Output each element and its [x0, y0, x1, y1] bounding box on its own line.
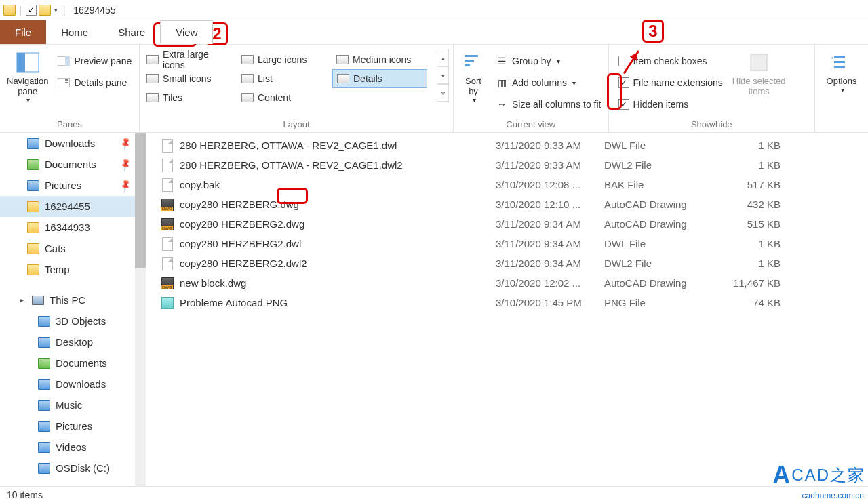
nav-item-temp[interactable]: Temp	[0, 259, 146, 280]
pc-icon	[32, 296, 44, 305]
file-type: BAK File	[604, 179, 719, 190]
ribbon-group-options: Options ▾	[815, 45, 868, 132]
nav-item-downloads[interactable]: Downloads	[0, 374, 146, 395]
file-date: 3/11/2020 9:34 AM	[496, 258, 604, 269]
file-dwg-icon	[161, 277, 174, 289]
file-row[interactable]: copy280 HERZBERG.dwg3/10/2020 12:10 ...A…	[146, 195, 868, 214]
nav-this-pc[interactable]: ▸This PC	[0, 289, 146, 310]
layout-group-label: Layout	[142, 118, 450, 131]
watermark-logo-icon: A	[772, 461, 790, 489]
tab-home[interactable]: Home	[46, 20, 103, 44]
window-title: 16294455	[73, 5, 115, 16]
file-name-extensions-toggle[interactable]: ✓File name extensions	[614, 73, 727, 92]
file-png-icon	[161, 297, 174, 309]
folder-icon	[27, 264, 39, 275]
folder-icon	[27, 222, 39, 233]
options-button[interactable]: Options ▾	[818, 47, 865, 96]
hide-selected-button[interactable]: Hide selected items	[728, 47, 790, 99]
file-dwg-icon	[161, 218, 174, 230]
file-row[interactable]: 280 HERZBERG, OTTAWA - REV2_CAGE1.dwl23/…	[146, 155, 868, 175]
nav-scrollbar[interactable]	[135, 133, 146, 486]
size-columns-icon: ↔	[496, 98, 508, 110]
nav-item-16344933[interactable]: 16344933	[0, 217, 146, 238]
checkbox-checked-icon: ✓	[618, 99, 629, 110]
file-row[interactable]: copy.bak3/10/2020 12:08 ...BAK File517 K…	[146, 175, 868, 195]
ribbon: Navigation pane ▾ Preview pane Details p…	[0, 45, 868, 133]
size-all-columns-button[interactable]: ↔Size all columns to fit	[492, 95, 606, 114]
nav-item-documents[interactable]: Documents	[0, 353, 146, 374]
layout-small-icons[interactable]: Small icons	[142, 69, 237, 88]
nav-item-music[interactable]: Music	[0, 395, 146, 416]
details-pane-button[interactable]: Details pane	[54, 73, 136, 92]
nav-item-3d-objects[interactable]: 3D Objects	[0, 310, 146, 331]
qat-checkbox-icon[interactable]: ✓	[24, 3, 38, 18]
pin-icon: 📌	[118, 157, 133, 172]
svg-rect-6	[65, 82, 68, 83]
svg-rect-13	[834, 66, 845, 68]
layout-content[interactable]: Content	[237, 88, 332, 107]
nav-item-desktop[interactable]: Desktop	[0, 331, 146, 353]
qat-dropdown-icon[interactable]: ▾	[54, 7, 58, 14]
file-row[interactable]: Probleme Autocad.PNG3/10/2020 1:45 PMPNG…	[146, 293, 868, 313]
file-row[interactable]: 280 HERZBERG, OTTAWA - REV2_CAGE1.dwl3/1…	[146, 136, 868, 155]
file-row[interactable]: copy280 HERZBERG2.dwl3/11/2020 9:34 AMDW…	[146, 234, 868, 254]
svg-rect-5	[65, 79, 68, 81]
sort-icon	[461, 50, 486, 75]
sort-by-button[interactable]: Sort by ▾	[456, 47, 490, 106]
nav-item-cats[interactable]: Cats	[0, 238, 146, 259]
ribbon-group-layout: Extra large iconsLarge iconsMedium icons…	[140, 45, 454, 132]
folder-icon	[38, 358, 50, 369]
layout-icon	[241, 55, 254, 64]
gallery-up-icon[interactable]: ▴	[437, 49, 449, 66]
gallery-more-icon[interactable]: ▿	[437, 84, 449, 102]
callout-number-3: 3	[642, 20, 664, 43]
file-size: 515 KB	[719, 218, 781, 230]
checkbox-checked-icon: ✓	[618, 77, 629, 88]
layout-extra-large-icons[interactable]: Extra large icons	[142, 50, 237, 69]
nav-item-osdisk--c--[interactable]: OSDisk (C:)	[0, 458, 146, 479]
tab-file[interactable]: File	[0, 20, 46, 44]
hidden-items-toggle[interactable]: ✓Hidden items	[614, 95, 727, 114]
file-row[interactable]: copy280 HERZBERG2.dwg3/11/2020 9:34 AMAu…	[146, 214, 868, 234]
layout-large-icons[interactable]: Large icons	[237, 50, 332, 69]
layout-tiles[interactable]: Tiles	[142, 88, 237, 107]
nav-pane-icon	[16, 50, 40, 75]
svg-rect-11	[834, 56, 845, 58]
tab-share[interactable]: Share	[103, 20, 160, 44]
file-date: 3/10/2020 12:02 ...	[496, 277, 604, 289]
file-doc-icon	[162, 237, 173, 251]
svg-rect-10	[751, 54, 767, 71]
add-columns-button[interactable]: ▥Add columns▾	[492, 73, 606, 92]
svg-rect-1	[17, 53, 25, 72]
file-list[interactable]: 280 HERZBERG, OTTAWA - REV2_CAGE1.dwl3/1…	[146, 133, 868, 486]
svg-rect-7	[465, 55, 478, 57]
layout-list[interactable]: List	[237, 69, 332, 88]
qat-folder-icon[interactable]	[38, 3, 52, 18]
tab-view[interactable]: View	[160, 20, 213, 44]
layout-icon	[146, 93, 159, 102]
file-date: 3/10/2020 1:45 PM	[496, 297, 604, 308]
nav-item-downloads[interactable]: Downloads📌	[0, 133, 146, 154]
nav-item-16294455[interactable]: 16294455	[0, 196, 146, 217]
nav-item-videos[interactable]: Videos	[0, 437, 146, 458]
file-date: 3/11/2020 9:34 AM	[496, 218, 604, 230]
nav-item-pictures[interactable]: Pictures📌	[0, 175, 146, 196]
ribbon-group-panes: Navigation pane ▾ Preview pane Details p…	[0, 45, 140, 132]
nav-item-documents[interactable]: Documents📌	[0, 154, 146, 175]
app-icon	[3, 3, 16, 18]
layout-medium-icons[interactable]: Medium icons	[332, 50, 427, 69]
gallery-down-icon[interactable]: ▾	[437, 66, 449, 84]
navigation-pane-button[interactable]: Navigation pane ▾	[3, 47, 52, 106]
preview-pane-button[interactable]: Preview pane	[54, 52, 136, 71]
file-type: AutoCAD Drawing	[604, 199, 719, 210]
scrollbar-thumb[interactable]	[135, 133, 146, 268]
group-by-button[interactable]: ☰Group by▾	[492, 52, 606, 71]
file-name: 280 HERZBERG, OTTAWA - REV2_CAGE1.dwl2	[177, 159, 496, 171]
file-row[interactable]: copy280 HERZBERG2.dwl23/11/2020 9:34 AMD…	[146, 254, 868, 273]
file-row[interactable]: new block.dwg3/10/2020 12:02 ...AutoCAD …	[146, 273, 868, 293]
file-dwg-icon	[161, 199, 174, 211]
qat-separator2: |	[63, 5, 66, 16]
layout-details[interactable]: Details	[332, 69, 427, 88]
file-size: 432 KB	[719, 199, 781, 210]
nav-item-pictures[interactable]: Pictures	[0, 416, 146, 437]
